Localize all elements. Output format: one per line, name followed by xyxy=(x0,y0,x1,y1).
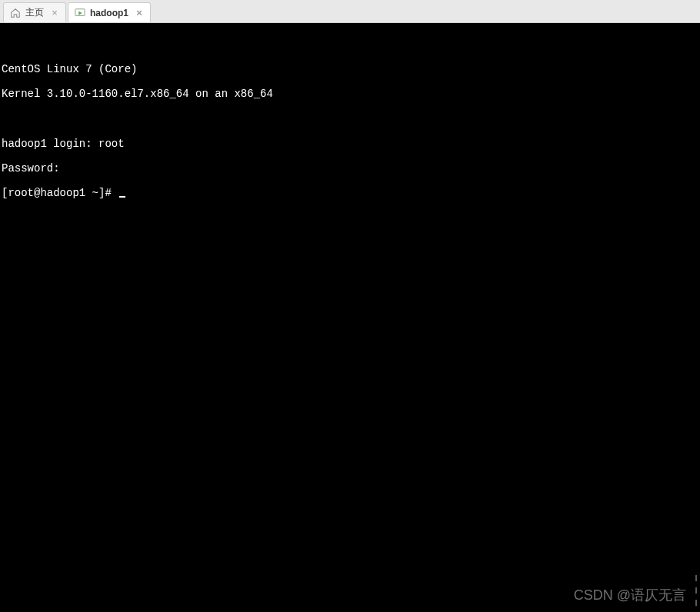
terminal-line: Password: xyxy=(2,162,698,175)
close-icon[interactable]: × xyxy=(50,8,59,18)
cursor-icon xyxy=(119,196,125,198)
terminal-line: CentOS Linux 7 (Core) xyxy=(2,63,698,75)
tab-label: 主页 xyxy=(25,6,44,19)
scrollbar-indicator xyxy=(694,575,698,606)
home-icon xyxy=(10,8,21,18)
tab-label: hadoop1 xyxy=(90,8,128,18)
terminal-line: Kernel 3.10.0-1160.el7.x86_64 on an x86_… xyxy=(2,88,698,100)
tab-home[interactable]: 主页 × xyxy=(3,2,66,22)
terminal-prompt: [root@hadoop1 ~]# xyxy=(2,187,118,199)
tab-bar: 主页 × hadoop1 × xyxy=(0,0,700,23)
tab-hadoop1[interactable]: hadoop1 × xyxy=(68,2,151,22)
close-icon[interactable]: × xyxy=(135,8,144,18)
terminal-line: hadoop1 login: root xyxy=(2,138,698,150)
terminal-console[interactable]: CentOS Linux 7 (Core) Kernel 3.10.0-1160… xyxy=(0,23,700,612)
terminal-line xyxy=(2,38,698,51)
terminal-line xyxy=(2,113,698,125)
terminal-prompt-line: [root@hadoop1 ~]# xyxy=(2,187,698,199)
vm-play-icon xyxy=(75,8,85,18)
